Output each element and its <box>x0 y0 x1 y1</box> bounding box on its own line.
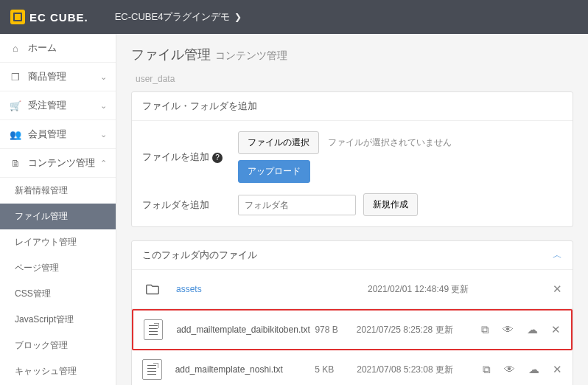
nav-cube[interactable]: ❒商品管理⌄ <box>0 63 116 91</box>
file-icon <box>144 319 163 340</box>
page-title: ファイル管理コンテンツ管理 <box>131 46 573 63</box>
delete-icon[interactable]: ✕ <box>553 282 562 296</box>
nav-home[interactable]: ⌂ホーム <box>0 34 116 63</box>
file-name: add_mailtemplate_noshi.txt <box>175 364 315 375</box>
file-actions: ✕ <box>553 282 562 296</box>
nav-doc[interactable]: 🗎コンテンツ管理⌃ <box>0 149 116 178</box>
sub-item-0[interactable]: 新着情報管理 <box>0 178 116 204</box>
file-add-label: ファイルを追加? <box>142 150 238 164</box>
file-row: add_mailtemplate_noshi.txt5 KB2021/07/08… <box>132 350 573 385</box>
file-date: 2021/02/01 12:48:49 更新 <box>368 283 500 296</box>
sub-item-5[interactable]: JavaScript管理 <box>0 307 116 333</box>
sub-item-7[interactable]: キャッシュ管理 <box>0 358 116 384</box>
nav-cart[interactable]: 🛒受注管理⌄ <box>0 91 116 120</box>
download-icon[interactable]: ☁ <box>527 323 538 336</box>
cube-icon: ❒ <box>9 72 22 83</box>
sub-item-6[interactable]: ブロック管理 <box>0 333 116 358</box>
brand-text: EC CUBE. <box>29 11 88 24</box>
view-icon[interactable]: 👁 <box>503 323 514 336</box>
files-panel-header[interactable]: このフォルダ内のファイル ︿ <box>132 241 573 270</box>
sub-item-1[interactable]: ファイル管理 <box>0 204 116 229</box>
file-status: ファイルが選択されていません <box>328 137 452 148</box>
file-date: 2021/07/25 8:25:28 更新 <box>357 324 481 336</box>
file-icon <box>142 359 162 380</box>
sub-item-3[interactable]: ページ管理 <box>0 255 116 281</box>
file-size: 978 B <box>315 325 356 335</box>
file-actions: ⧉👁☁✕ <box>481 323 561 336</box>
help-icon[interactable]: ? <box>212 153 223 163</box>
file-name[interactable]: assets <box>176 284 323 294</box>
brand-logo[interactable]: EC CUBE. <box>10 10 88 24</box>
sidebar: ⌂ホーム❒商品管理⌄🛒受注管理⌄👥会員管理⌄🗎コンテンツ管理⌃ 新着情報管理ファ… <box>0 34 116 385</box>
cart-icon: 🛒 <box>9 100 22 111</box>
folder-name-input[interactable] <box>238 195 356 215</box>
copy-icon[interactable]: ⧉ <box>483 363 491 376</box>
users-icon: 👥 <box>9 129 22 140</box>
nav-users[interactable]: 👥会員管理⌄ <box>0 120 116 149</box>
chevron-icon: ⌄ <box>100 101 107 111</box>
file-row: add_mailtemplate_daibikitoben.txt978 B20… <box>132 309 573 350</box>
chevron-icon: ⌃ <box>100 159 107 168</box>
file-row: assets2021/02/01 12:48:49 更新✕ <box>132 270 573 309</box>
choose-file-button[interactable]: ファイルの選択 <box>238 131 319 154</box>
view-icon[interactable]: 👁 <box>504 363 515 376</box>
sub-item-4[interactable]: CSS管理 <box>0 281 116 307</box>
upload-button[interactable]: アップロード <box>238 160 310 183</box>
folder-add-label: フォルダを追加 <box>142 198 238 212</box>
download-icon[interactable]: ☁ <box>528 363 539 376</box>
file-actions: ⧉👁☁✕ <box>483 363 562 376</box>
delete-icon[interactable]: ✕ <box>551 323 561 336</box>
add-panel-header: ファイル・フォルダを追加 <box>132 92 573 121</box>
copy-icon[interactable]: ⧉ <box>481 323 489 336</box>
main-content: ファイル管理コンテンツ管理 user_data ファイル・フォルダを追加 ファイ… <box>116 34 588 385</box>
file-date: 2021/07/08 5:23:08 更新 <box>357 364 483 376</box>
sub-item-2[interactable]: レイアウト管理 <box>0 229 116 255</box>
chevron-icon: ⌄ <box>100 72 107 82</box>
file-size: 5 KB <box>315 364 357 375</box>
create-folder-button[interactable]: 新規作成 <box>363 193 418 216</box>
chevron-icon: ⌄ <box>100 130 107 139</box>
files-panel: このフォルダ内のファイル ︿ assets2021/02/01 12:48:49… <box>131 240 573 385</box>
doc-icon: 🗎 <box>9 158 22 169</box>
topbar-title[interactable]: EC-CUBE4プラグインデモ❯ <box>115 10 242 24</box>
collapse-icon[interactable]: ︿ <box>553 249 562 262</box>
folder-icon <box>142 279 163 299</box>
add-panel: ファイル・フォルダを追加 ファイルを追加? ファイルの選択 ファイルが選択されて… <box>131 91 573 227</box>
logo-icon <box>10 10 25 24</box>
chevron-right-icon: ❯ <box>234 12 242 22</box>
home-icon: ⌂ <box>9 43 22 54</box>
breadcrumb[interactable]: user_data <box>136 74 573 84</box>
file-name: add_mailtemplate_daibikitoben.txt <box>176 325 315 335</box>
topbar: EC CUBE. EC-CUBE4プラグインデモ❯ <box>0 0 588 34</box>
delete-icon[interactable]: ✕ <box>553 363 562 376</box>
